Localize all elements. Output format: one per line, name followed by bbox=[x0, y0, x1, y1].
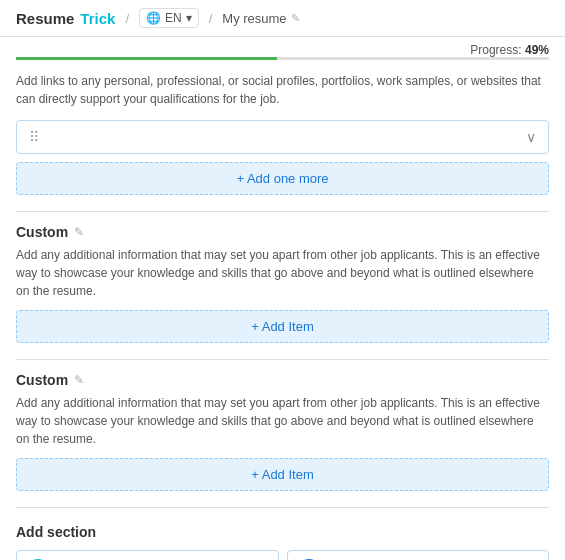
custom-desc-2: Add any additional information that may … bbox=[16, 394, 549, 448]
add-one-more-button[interactable]: + Add one more bbox=[16, 162, 549, 195]
custom-sections-container: Custom ✎ Add any additional information … bbox=[16, 224, 549, 491]
add-item-button-2[interactable]: + Add Item bbox=[16, 458, 549, 491]
custom-section-2: Custom ✎ Add any additional information … bbox=[16, 372, 549, 491]
progress-bar-track bbox=[16, 57, 549, 60]
separator-1: / bbox=[125, 11, 129, 26]
links-collapse-row[interactable]: ⠿ ∨ bbox=[16, 120, 549, 154]
section-item-custom-section[interactable]: ✏️ Custom Section bbox=[16, 550, 279, 560]
logo-resume: Resume bbox=[16, 10, 74, 27]
add-item-button-1[interactable]: + Add Item bbox=[16, 310, 549, 343]
my-resume-link[interactable]: My resume ✎ bbox=[222, 11, 299, 26]
section-grid: ✏️ Custom Section ♟ Hobbies ★ Awards ≡ C… bbox=[16, 550, 549, 560]
custom-section-header-1: Custom ✎ bbox=[16, 224, 549, 240]
edit-custom-title-icon-1[interactable]: ✎ bbox=[74, 225, 84, 239]
chevron-down-icon: ▾ bbox=[186, 11, 192, 25]
add-item-label-2: + Add Item bbox=[251, 467, 314, 482]
drag-icon: ⠿ bbox=[29, 129, 39, 145]
custom-title-2: Custom bbox=[16, 372, 68, 388]
divider-2 bbox=[16, 507, 549, 508]
separator-2: / bbox=[209, 11, 213, 26]
app-header: ResumeTrick / 🌐 EN ▾ / My resume ✎ bbox=[0, 0, 565, 37]
custom-title-1: Custom bbox=[16, 224, 68, 240]
divider-1 bbox=[16, 211, 549, 212]
logo-trick: Trick bbox=[80, 10, 115, 27]
progress-percent: 49% bbox=[525, 43, 549, 57]
edit-custom-title-icon-2[interactable]: ✎ bbox=[74, 373, 84, 387]
custom-section-header-2: Custom ✎ bbox=[16, 372, 549, 388]
custom-desc-1: Add any additional information that may … bbox=[16, 246, 549, 300]
lang-label: EN bbox=[165, 11, 182, 25]
section-item-hobbies[interactable]: ♟ Hobbies bbox=[287, 550, 550, 560]
progress-bar-fill bbox=[16, 57, 277, 60]
progress-label: Progress: bbox=[470, 43, 521, 57]
globe-icon: 🌐 bbox=[146, 11, 161, 25]
language-selector[interactable]: 🌐 EN ▾ bbox=[139, 8, 199, 28]
chevron-down-icon: ∨ bbox=[526, 129, 536, 145]
links-description: Add links to any personal, professional,… bbox=[16, 72, 549, 108]
add-one-more-label: + Add one more bbox=[236, 171, 328, 186]
add-section-title: Add section bbox=[16, 520, 549, 540]
custom-divider-0 bbox=[16, 359, 549, 360]
custom-section-1: Custom ✎ Add any additional information … bbox=[16, 224, 549, 343]
main-content: Add links to any personal, professional,… bbox=[0, 64, 565, 560]
progress-section: Progress: 49% bbox=[0, 37, 565, 64]
add-item-label-1: + Add Item bbox=[251, 319, 314, 334]
edit-icon: ✎ bbox=[291, 12, 300, 25]
my-resume-label: My resume bbox=[222, 11, 286, 26]
